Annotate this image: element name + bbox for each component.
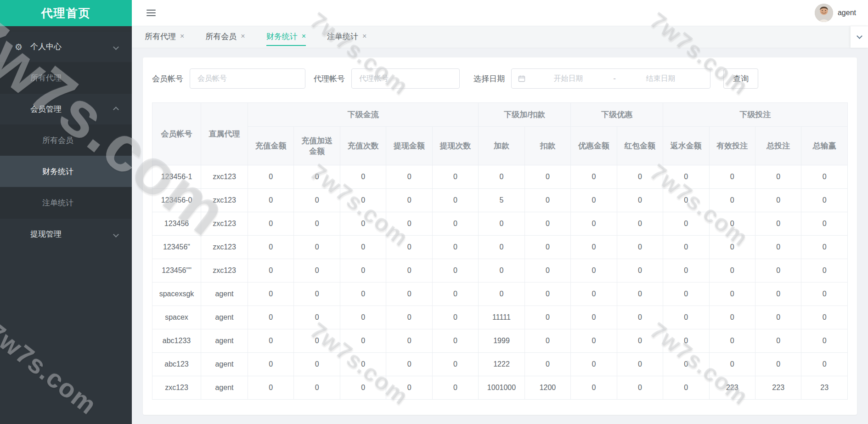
tab-close-icon[interactable]: × (302, 33, 306, 40)
tab-close-icon[interactable]: × (180, 33, 184, 40)
value-cell: 0 (248, 189, 294, 212)
sidebar-item-personal-center[interactable]: ⚙个人中心 (0, 31, 132, 62)
value-cell: 0 (801, 306, 848, 329)
tab-close-icon[interactable]: × (362, 33, 366, 40)
value-cell: 0 (663, 376, 709, 400)
sidebar-item-bet-statistics[interactable]: 注单统计 (0, 187, 132, 218)
value-cell: 0 (340, 212, 386, 236)
user-menu[interactable]: agent (815, 4, 856, 22)
table-row: abc123agent0000012220000000 (152, 353, 848, 376)
value-cell: 0 (617, 212, 663, 236)
table-row: 123456-1zxc1230000000000000 (152, 165, 848, 189)
username: agent (838, 9, 856, 17)
value-cell: 0 (479, 283, 524, 306)
tab-bet-statistics[interactable]: 注单统计× (327, 28, 366, 46)
value-cell: 0 (663, 259, 709, 283)
table-row: 123456""zxc1230000000000000 (152, 259, 848, 283)
topbar: agent (132, 0, 868, 26)
tab-bar: 所有代理×所有会员×财务统计×注单统计× (132, 26, 868, 48)
sidebar-item-label: 会员管理 (30, 104, 62, 114)
sidebar-item-withdraw-management[interactable]: 提现管理 (0, 218, 132, 249)
column-header: 会员帐号 (152, 103, 201, 165)
value-cell: 0 (248, 165, 294, 189)
start-date-input[interactable] (525, 74, 611, 83)
table-row: zxc123agent000001001000120000022322323 (152, 376, 848, 400)
member-account-input[interactable] (190, 68, 305, 89)
hamburger-menu-icon[interactable] (147, 8, 156, 18)
value-cell: 223 (709, 376, 755, 400)
sidebar-item-label: 注单统计 (42, 198, 73, 208)
sidebar-item-label: 财务统计 (42, 166, 73, 177)
direct-agent-cell: agent (201, 283, 248, 306)
value-cell: 0 (340, 283, 386, 306)
value-cell: 0 (386, 189, 432, 212)
value-cell: 0 (709, 189, 755, 212)
sidebar-item-all-members[interactable]: 所有会员 (0, 124, 132, 156)
value-cell: 0 (709, 259, 755, 283)
tab-finance-statistics[interactable]: 财务统计× (266, 28, 306, 46)
member-account-cell: 123456" (152, 236, 201, 259)
value-cell: 0 (663, 306, 709, 329)
sidebar: 代理首页 ⚙个人中心所有代理会员管理所有会员财务统计注单统计提现管理 (0, 0, 132, 424)
date-range-label: 选择日期 (473, 73, 505, 84)
value-cell: 0 (340, 329, 386, 353)
value-cell: 0 (479, 212, 524, 236)
value-cell: 0 (801, 259, 848, 283)
value-cell: 0 (248, 236, 294, 259)
table-row: 123456zxc1230000000000000 (152, 212, 848, 236)
group-header: 下级投注 (663, 103, 848, 127)
tab-all-agents[interactable]: 所有代理× (145, 28, 184, 46)
value-cell: 0 (524, 306, 570, 329)
agent-account-input[interactable] (351, 68, 460, 89)
member-account-cell: 123456-1 (152, 165, 201, 189)
filter-bar: 会员帐号 代理帐号 选择日期 (152, 68, 848, 89)
tab-close-icon[interactable]: × (241, 33, 245, 40)
value-cell: 0 (386, 306, 432, 329)
value-cell: 0 (663, 189, 709, 212)
column-header: 红包金额 (617, 127, 663, 165)
value-cell: 0 (709, 353, 755, 376)
sidebar-item-member-management[interactable]: 会员管理 (0, 93, 132, 124)
tab-all-members[interactable]: 所有会员× (205, 28, 245, 46)
end-date-input[interactable] (618, 74, 704, 83)
value-cell: 0 (755, 353, 801, 376)
value-cell: 0 (248, 376, 294, 400)
member-account-cell: abc1233 (152, 329, 201, 353)
tab-label: 注单统计 (327, 31, 358, 42)
value-cell: 0 (801, 165, 848, 189)
value-cell: 0 (340, 259, 386, 283)
sidebar-item-all-agents[interactable]: 所有代理 (0, 62, 132, 93)
value-cell: 0 (617, 189, 663, 212)
table-row: spacexsgkagent0000000000000 (152, 283, 848, 306)
value-cell: 0 (663, 165, 709, 189)
value-cell: 0 (432, 329, 478, 353)
group-header: 下级金流 (248, 103, 479, 127)
column-header: 充值金额 (248, 127, 294, 165)
value-cell: 0 (571, 236, 617, 259)
value-cell: 0 (340, 376, 386, 400)
member-account-cell: spacex (152, 306, 201, 329)
value-cell: 0 (432, 165, 478, 189)
avatar[interactable] (815, 4, 833, 22)
value-cell: 0 (709, 283, 755, 306)
table-row: abc1233agent0000019990000000 (152, 329, 848, 353)
sidebar-item-finance-statistics[interactable]: 财务统计 (0, 156, 132, 187)
table-row: 123456-0zxc1230000050000000 (152, 189, 848, 212)
sidebar-item-label: 所有代理 (30, 73, 62, 83)
value-cell: 0 (432, 283, 478, 306)
value-cell: 0 (479, 259, 524, 283)
value-cell: 0 (571, 283, 617, 306)
date-range-picker[interactable]: - (511, 68, 710, 89)
value-cell: 0 (294, 165, 340, 189)
tabs-dropdown-button[interactable] (851, 26, 868, 48)
value-cell: 0 (524, 212, 570, 236)
value-cell: 0 (617, 165, 663, 189)
value-cell: 0 (386, 236, 432, 259)
value-cell: 0 (248, 329, 294, 353)
value-cell: 23 (801, 376, 848, 400)
value-cell: 0 (663, 236, 709, 259)
value-cell: 0 (386, 165, 432, 189)
main-area: agent 所有代理×所有会员×财务统计×注单统计× 会员帐号 代理帐号 选择日… (132, 0, 868, 424)
search-button[interactable]: 查询 (723, 68, 758, 89)
avatar-image (815, 4, 833, 22)
